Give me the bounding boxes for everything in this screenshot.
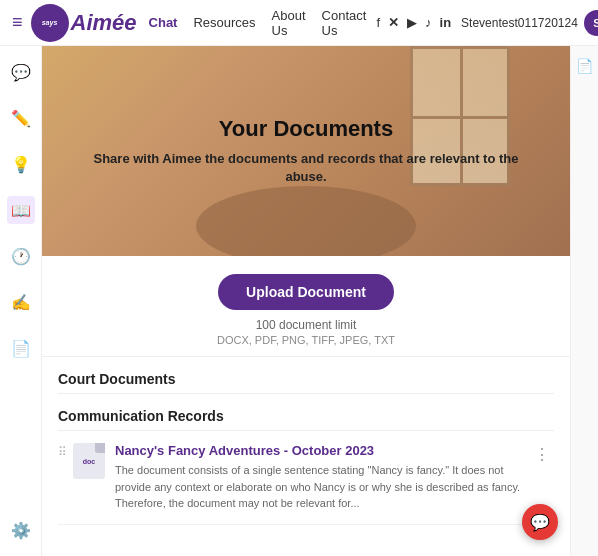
hero-subtitle: Share with Aimee the documents and recor… (82, 150, 530, 186)
tiktok-icon[interactable]: ♪ (425, 15, 432, 30)
hero-table-decoration (196, 186, 416, 256)
main-content: Your Documents Share with Aimee the docu… (42, 46, 570, 556)
username-label: Steventest011720124 (461, 16, 578, 30)
sidebar-history-icon[interactable]: 🕐 (7, 242, 35, 270)
youtube-icon[interactable]: ▶ (407, 15, 417, 30)
doc-title[interactable]: Nancy's Fancy Adventures - October 2023 (115, 443, 530, 458)
nav-contact-link[interactable]: Contact Us (322, 8, 367, 38)
hero-text-overlay: Your Documents Share with Aimee the docu… (42, 116, 570, 186)
doc-file-icon: doc (73, 443, 105, 479)
sidebar-chat-icon[interactable]: 💬 (7, 58, 35, 86)
sidebar-gear-icon[interactable]: ⚙️ (7, 516, 35, 544)
nav-resources-link[interactable]: Resources (193, 15, 255, 30)
sidebar-bulb-icon[interactable]: 💡 (7, 150, 35, 178)
doc-menu-button[interactable]: ⋮ (530, 445, 554, 464)
doc-content-area: Nancy's Fancy Adventures - October 2023 … (115, 443, 530, 512)
communication-records-header: Communication Records (58, 394, 554, 431)
hero-section: Your Documents Share with Aimee the docu… (42, 46, 570, 256)
left-sidebar: 💬 ✏️ 💡 📖 🕐 ✍️ 📄 ⚙️ (0, 46, 42, 556)
sidebar-book-icon[interactable]: 📖 (7, 196, 35, 224)
upload-formats-text: DOCX, PDF, PNG, TIFF, JPEG, TXT (217, 334, 395, 346)
drag-handle-icon[interactable]: ⠿ (58, 445, 67, 459)
right-sidebar: 📄 (570, 46, 598, 556)
nav-chat-link[interactable]: Chat (149, 15, 178, 30)
hero-title: Your Documents (82, 116, 530, 142)
nav-about-link[interactable]: About Us (272, 8, 306, 38)
logo-name: Aimée (71, 10, 137, 36)
upload-document-button[interactable]: Upload Document (218, 274, 394, 310)
user-avatar[interactable]: S (584, 10, 598, 36)
logo-area: says Aimée (31, 4, 137, 42)
user-area: Steventest011720124 S (461, 10, 598, 36)
upload-limit-text: 100 document limit (256, 318, 357, 332)
documents-list: Court Documents Communication Records ⠿ … (42, 357, 570, 525)
sidebar-edit-icon[interactable]: ✏️ (7, 104, 35, 132)
facebook-icon[interactable]: f (376, 15, 380, 30)
twitter-icon[interactable]: ✕ (388, 15, 399, 30)
fab-chat-button[interactable]: 💬 (522, 504, 558, 540)
top-navigation: ≡ says Aimée Chat Resources About Us Con… (0, 0, 598, 46)
sidebar-write-icon[interactable]: ✍️ (7, 288, 35, 316)
social-links: f ✕ ▶ ♪ in (376, 15, 451, 30)
sidebar-doc-icon[interactable]: 📄 (7, 334, 35, 362)
document-item: ⠿ doc Nancy's Fancy Adventures - October… (58, 431, 554, 525)
logo-icon: says (31, 4, 69, 42)
right-sidebar-page-icon: 📄 (576, 58, 593, 74)
upload-section: Upload Document 100 document limit DOCX,… (42, 256, 570, 357)
hamburger-menu-button[interactable]: ≡ (12, 12, 23, 33)
fab-chat-icon: 💬 (530, 513, 550, 532)
doc-description: The document consists of a single senten… (115, 462, 530, 512)
court-documents-header: Court Documents (58, 357, 554, 394)
linkedin-icon[interactable]: in (440, 15, 452, 30)
nav-links: Chat Resources About Us Contact Us (149, 8, 367, 38)
